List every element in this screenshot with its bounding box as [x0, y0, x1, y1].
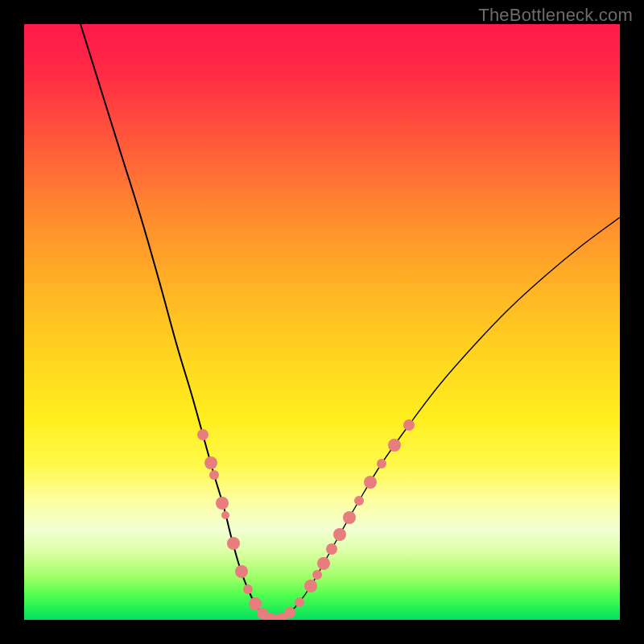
watermark-text: TheBottleneck.com: [478, 5, 633, 26]
heat-gradient-bg: [24, 24, 620, 620]
plot-area: [24, 24, 620, 620]
chart-frame: TheBottleneck.com: [0, 0, 644, 644]
